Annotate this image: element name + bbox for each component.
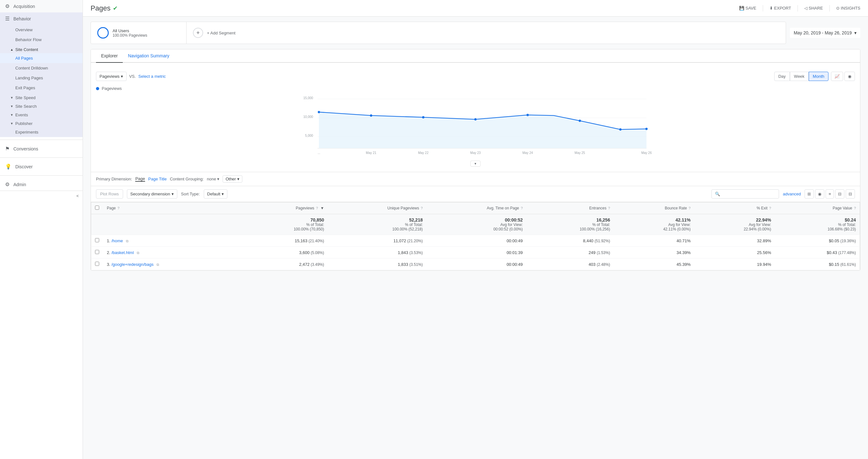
row3-copy-icon[interactable]: ⧉ <box>157 263 159 266</box>
row1-checkbox[interactable] <box>95 238 99 242</box>
row3-entrances-pct: (2.48%) <box>597 262 610 267</box>
pie-chart-button[interactable]: ◉ <box>844 72 855 81</box>
row2-pagevalue-pct: (177.48%) <box>838 251 856 255</box>
advanced-link[interactable]: advanced <box>783 192 801 196</box>
export-button[interactable]: ⬇ EXPORT <box>770 6 791 10</box>
add-segment-button[interactable]: + + Add Segment <box>187 23 242 43</box>
pageviews-help-icon[interactable]: ? <box>316 206 318 210</box>
avgtime-help-icon[interactable]: ? <box>521 206 523 210</box>
row2-bounce: 34.39% <box>677 250 691 255</box>
row3-pageviews: 2,472 <box>299 262 310 267</box>
row1-pagevalue-cell: $0.05 (19.36%) <box>775 235 860 247</box>
avg-time-column-header[interactable]: Avg. Time on Page ? <box>427 202 527 214</box>
row3-unique-cell: 1,833 (3.51%) <box>328 259 426 270</box>
pageviews-column-header[interactable]: Pageviews ? ▼ <box>241 202 328 214</box>
sidebar-item-behavior[interactable]: ☰ Behavior <box>0 12 83 25</box>
columns-view-button[interactable]: ⊟ <box>846 189 855 199</box>
sidebar-subitem-landing-pages[interactable]: Landing Pages <box>0 73 83 83</box>
summary-exit-cell: 22.94% Avg for View: 22.94% (0.00%) <box>694 214 775 235</box>
unique-help-icon[interactable]: ? <box>421 206 423 210</box>
bounce-rate-column-header[interactable]: Bounce Rate ? <box>614 202 694 214</box>
day-button[interactable]: Day <box>774 72 790 81</box>
segment-all-users[interactable]: All Users 100.00% Pageviews <box>91 22 187 44</box>
sidebar-item-admin[interactable]: ⚙ Admin <box>0 178 83 191</box>
month-button[interactable]: Month <box>809 72 829 81</box>
dimension-page-link[interactable]: Page <box>135 176 145 182</box>
line-chart-button[interactable]: 📈 <box>831 72 843 81</box>
filter-view-button[interactable]: ⊟ <box>835 189 844 199</box>
entrances-column-header[interactable]: Entrances ? <box>526 202 614 214</box>
sort-type-dropdown[interactable]: Default ▾ <box>204 189 227 199</box>
insights-button[interactable]: ⊙ INSIGHTS <box>836 6 860 10</box>
segment-info: All Users 100.00% Pageviews <box>113 28 147 38</box>
page-help-icon[interactable]: ? <box>117 206 119 210</box>
summary-exit-avg-label: Avg for View: <box>699 223 771 227</box>
x-label-may23: May 23 <box>470 151 481 155</box>
plot-rows-button[interactable]: Plot Rows <box>96 189 123 199</box>
summary-avgtime-total: 00:00:52 <box>431 218 523 223</box>
sidebar-subitem-behavior-flow[interactable]: Behavior Flow <box>0 35 83 45</box>
date-range-picker[interactable]: May 20, 2019 - May 26, 2019 ▾ <box>790 28 860 38</box>
legend-label: Pageviews <box>102 86 122 91</box>
grid-view-button[interactable]: ⊞ <box>805 189 814 199</box>
none-label: none <box>207 176 216 182</box>
sidebar-section-events[interactable]: ▼ Events <box>0 110 83 119</box>
sidebar-subitem-all-pages[interactable]: All Pages <box>0 53 83 63</box>
share-button[interactable]: ◁ SHARE <box>804 6 823 10</box>
summary-pagevalue-total: $0.24 <box>779 218 856 223</box>
row3-avgtime: 00:00:49 <box>507 262 523 267</box>
chart-legend: Pageviews <box>96 86 855 91</box>
exit-pct-column-header[interactable]: % Exit ? <box>694 202 775 214</box>
sidebar-section-publisher[interactable]: ▼ Publisher <box>0 119 83 127</box>
sidebar-section-site-content[interactable]: ▲ Site Content <box>0 45 83 53</box>
pie-view-button[interactable]: ◉ <box>815 189 824 199</box>
row3-checkbox[interactable] <box>95 262 99 266</box>
entrances-help-icon[interactable]: ? <box>608 206 610 210</box>
chart-svg-container: 15,000 10,000 5,000 <box>96 95 855 159</box>
page-value-column-header[interactable]: Page Value ? <box>775 202 860 214</box>
sidebar-subitem-content-drilldown[interactable]: Content Drilldown <box>0 63 83 73</box>
row1-page-link[interactable]: /home <box>111 238 123 243</box>
select-metric-link[interactable]: Select a metric <box>138 74 166 79</box>
sidebar-subitem-overview[interactable]: Overview <box>0 25 83 35</box>
sidebar-subitem-experiments[interactable]: Experiments <box>0 127 83 137</box>
summary-checkbox-cell <box>91 214 103 235</box>
row2-copy-icon[interactable]: ⧉ <box>137 251 140 255</box>
bounce-help-icon[interactable]: ? <box>689 206 691 210</box>
save-button[interactable]: 💾 SAVE <box>739 6 756 10</box>
sidebar-item-conversions[interactable]: ⚑ Conversions <box>0 142 83 155</box>
content-grouping-none[interactable]: none ▾ <box>207 176 220 182</box>
other-dropdown[interactable]: Other ▾ <box>223 175 242 183</box>
comparison-view-button[interactable]: ≡ <box>826 189 834 199</box>
unique-pageviews-column-header[interactable]: Unique Pageviews ? <box>328 202 426 214</box>
page-column-header[interactable]: Page ? <box>103 202 241 214</box>
row3-page-link[interactable]: /google+redesign/bags <box>111 262 153 267</box>
row2-page-link[interactable]: /basket.html <box>111 250 134 255</box>
metric-label: Pageviews <box>99 74 120 79</box>
sidebar-item-discover[interactable]: 💡 Discover <box>0 160 83 173</box>
row2-exit: 25.56% <box>757 250 771 255</box>
select-all-checkbox[interactable] <box>95 206 99 210</box>
row2-checkbox[interactable] <box>95 250 99 254</box>
exit-help-icon[interactable]: ? <box>769 206 771 210</box>
sidebar-divider <box>0 140 83 140</box>
week-button[interactable]: Week <box>790 72 809 81</box>
chart-expand-button[interactable]: ▾ <box>470 161 480 167</box>
pagevalue-help-icon[interactable]: ? <box>854 206 856 210</box>
sidebar-item-acquisition[interactable]: ⚙ Acquisition <box>0 0 83 12</box>
sidebar-section-site-search[interactable]: ▼ Site Search <box>0 101 83 110</box>
sidebar-collapse-button[interactable]: < <box>0 191 83 201</box>
chart-controls-left: Pageviews ▾ VS. Select a metric <box>96 72 166 81</box>
row1-copy-icon[interactable]: ⧉ <box>126 239 128 243</box>
tab-explorer[interactable]: Explorer <box>96 50 123 63</box>
sidebar-subitem-exit-pages[interactable]: Exit Pages <box>0 83 83 93</box>
secondary-dimension-dropdown[interactable]: Secondary dimension ▾ <box>127 189 177 199</box>
metric-dropdown[interactable]: Pageviews ▾ <box>96 72 127 81</box>
tab-navigation-summary[interactable]: Navigation Summary <box>123 50 175 63</box>
search-input[interactable] <box>722 192 776 196</box>
data-point-3 <box>422 116 425 118</box>
row2-pagevalue: $0.43 <box>827 250 837 255</box>
sidebar-section-site-speed[interactable]: ▼ Site Speed <box>0 93 83 101</box>
time-period-buttons: Day Week Month <box>774 72 829 81</box>
dimension-page-title-link[interactable]: Page Title <box>148 176 167 182</box>
